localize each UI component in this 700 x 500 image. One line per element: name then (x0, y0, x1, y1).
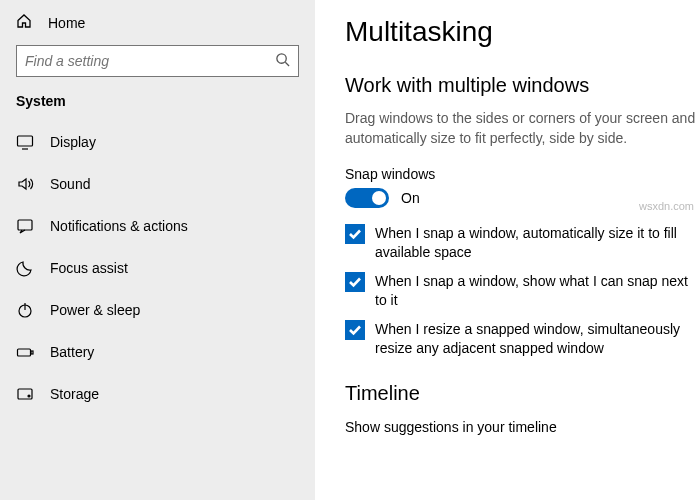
snap-windows-label: Snap windows (345, 166, 700, 182)
watermark: wsxdn.com (639, 200, 694, 212)
notifications-icon (16, 217, 34, 235)
section-heading-timeline: Timeline (345, 382, 700, 405)
checkbox-resize-adjacent[interactable] (345, 320, 365, 340)
display-icon (16, 133, 34, 151)
nav-list: Display Sound Notifications & actions Fo… (0, 121, 315, 415)
sidebar-item-label: Battery (50, 344, 94, 360)
sidebar-item-battery[interactable]: Battery (0, 331, 315, 373)
sidebar-item-power-sleep[interactable]: Power & sleep (0, 289, 315, 331)
svg-rect-9 (18, 389, 32, 399)
search-box[interactable] (16, 45, 299, 77)
section-description: Drag windows to the sides or corners of … (345, 109, 700, 148)
sidebar-item-focus-assist[interactable]: Focus assist (0, 247, 315, 289)
sidebar-item-notifications[interactable]: Notifications & actions (0, 205, 315, 247)
sidebar-item-sound[interactable]: Sound (0, 163, 315, 205)
sidebar-item-label: Power & sleep (50, 302, 140, 318)
section-heading-multiwin: Work with multiple windows (345, 74, 700, 97)
svg-rect-2 (18, 136, 33, 146)
sidebar: Home System Display Sound Notifications … (0, 0, 315, 500)
battery-icon (16, 343, 34, 361)
svg-line-1 (285, 62, 289, 66)
checkbox-show-next[interactable] (345, 272, 365, 292)
main-content: Multitasking Work with multiple windows … (315, 0, 700, 500)
sidebar-item-label: Display (50, 134, 96, 150)
sidebar-item-storage[interactable]: Storage (0, 373, 315, 415)
svg-rect-8 (31, 351, 33, 354)
svg-point-0 (277, 53, 286, 62)
sidebar-item-label: Storage (50, 386, 99, 402)
svg-rect-4 (18, 220, 32, 230)
sidebar-item-display[interactable]: Display (0, 121, 315, 163)
svg-rect-7 (18, 349, 31, 356)
checkbox-row: When I resize a snapped window, simultan… (345, 320, 700, 358)
timeline-suggestions-label: Show suggestions in your timeline (345, 419, 700, 435)
checkbox-label: When I snap a window, show what I can sn… (375, 272, 700, 310)
checkbox-label: When I snap a window, automatically size… (375, 224, 700, 262)
page-title: Multitasking (345, 16, 700, 48)
checkbox-label: When I resize a snapped window, simultan… (375, 320, 700, 358)
snap-windows-toggle[interactable] (345, 188, 389, 208)
checkbox-autosize[interactable] (345, 224, 365, 244)
sidebar-item-label: Notifications & actions (50, 218, 188, 234)
sidebar-home[interactable]: Home (0, 0, 315, 45)
sound-icon (16, 175, 34, 193)
sidebar-item-label: Focus assist (50, 260, 128, 276)
checkbox-row: When I snap a window, automatically size… (345, 224, 700, 262)
search-icon (275, 52, 290, 71)
power-icon (16, 301, 34, 319)
sidebar-category: System (0, 91, 315, 121)
toggle-state: On (401, 190, 420, 206)
home-icon (16, 13, 32, 33)
storage-icon (16, 385, 34, 403)
checkbox-row: When I snap a window, show what I can sn… (345, 272, 700, 310)
svg-point-10 (28, 395, 30, 397)
search-wrap (0, 45, 315, 91)
search-input[interactable] (25, 53, 275, 69)
sidebar-item-label: Sound (50, 176, 90, 192)
sidebar-home-label: Home (48, 15, 85, 31)
focus-assist-icon (16, 259, 34, 277)
